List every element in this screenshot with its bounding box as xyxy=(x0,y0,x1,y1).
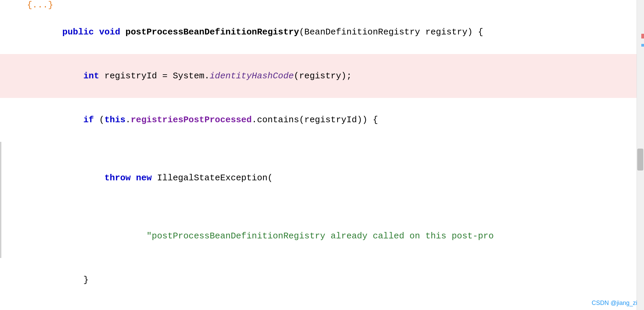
watermark: CSDN @jiang_zi xyxy=(592,300,637,307)
line-if-registries: if (this.registriesPostProcessed.contain… xyxy=(0,98,644,142)
right-scrollbar[interactable] xyxy=(637,0,644,310)
scroll-indicator-2 xyxy=(641,44,644,47)
scroll-indicator-1 xyxy=(641,34,644,38)
line-method-signature: public void postProcessBeanDefinitionReg… xyxy=(0,10,644,54)
line-if-factories: if (this.factoriesPostProcessed.contains… xyxy=(0,302,644,310)
line-int-registry: int registryId = System.identityHashCode… xyxy=(0,54,644,98)
top-orange-text: {...} xyxy=(27,0,53,10)
code-container: {...} public void postProcessBeanDefinit… xyxy=(0,0,644,310)
line-throw1: throw new IllegalStateException( xyxy=(0,142,644,200)
line-string1: "postProcessBeanDefinitionRegistry alrea… xyxy=(0,200,644,258)
scrollbar-thumb[interactable] xyxy=(637,149,643,171)
line-brace1: } xyxy=(0,258,644,302)
